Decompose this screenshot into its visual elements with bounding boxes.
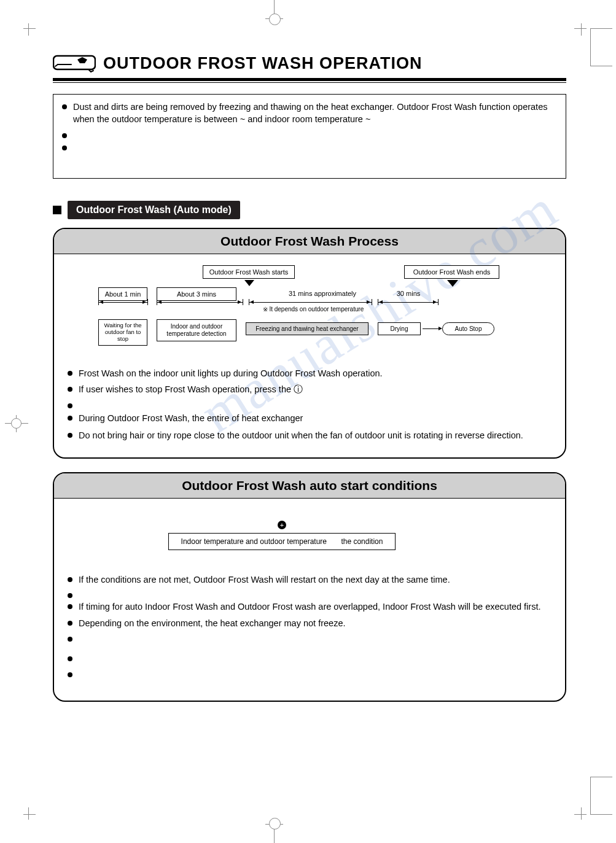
- conditions-bullet: If the conditions are not met, Outdoor F…: [68, 573, 552, 586]
- section-square-icon: [53, 206, 61, 214]
- conditions-bullet: [68, 653, 552, 665]
- label-starts: Outdoor Frost Wash starts: [203, 265, 295, 279]
- intro-bullet: [62, 142, 557, 150]
- process-bullet: Frost Wash on the indoor unit lights up …: [68, 367, 552, 379]
- process-bullets: Frost Wash on the indoor unit lights up …: [68, 367, 552, 441]
- conditions-title: Outdoor Frost Wash auto start conditions: [54, 473, 565, 499]
- process-bullet: [68, 400, 552, 407]
- process-diagram: Outdoor Frost Wash starts Outdoor Frost …: [86, 265, 545, 351]
- conditions-bullet: [68, 669, 552, 685]
- label-about3mins: About 3 mins: [157, 287, 236, 301]
- section-tab: Outdoor Frost Wash (Auto mode): [68, 201, 240, 219]
- conditions-bullet: Depending on the environment, the heat e…: [68, 617, 552, 629]
- process-bullet: If user wishes to stop Frost Wash operat…: [68, 383, 552, 395]
- label-drying: Drying: [378, 322, 421, 335]
- conditions-diagram: + Indoor temperature and outdoor tempera…: [168, 521, 451, 564]
- conditions-bullet: If timing for auto Indoor Frost Wash and…: [68, 600, 552, 613]
- svg-rect-0: [53, 56, 95, 69]
- label-30mins: 30 mins: [387, 290, 430, 297]
- process-bullet: Do not bring hair or tiny rope close to …: [68, 429, 552, 441]
- intro-bullet: Dust and dirts are being removed by free…: [62, 101, 557, 126]
- cond-left-text: Indoor temperature and outdoor temperatu…: [181, 537, 327, 546]
- label-ends: Outdoor Frost Wash ends: [404, 265, 499, 279]
- svg-marker-2: [77, 57, 87, 63]
- section-header: Outdoor Frost Wash (Auto mode): [53, 201, 566, 219]
- title-row: OUTDOOR FROST WASH OPERATION: [53, 52, 566, 74]
- ac-unit-icon: [53, 52, 96, 74]
- process-box: Outdoor Frost Wash Process Outdoor Frost…: [53, 228, 566, 459]
- page-title: OUTDOOR FROST WASH OPERATION: [103, 54, 423, 73]
- conditions-bullet: [68, 633, 552, 649]
- intro-bullet: [62, 130, 557, 138]
- label-about1min: About 1 min: [98, 287, 147, 301]
- label-detection: Indoor and outdoor temperature detection: [157, 319, 236, 341]
- label-depends: ※ It depends on outdoor temperature: [252, 306, 375, 313]
- process-bullet: During Outdoor Frost Wash, the entire of…: [68, 412, 552, 424]
- label-freezing: Freezing and thawing heat exchanger: [246, 322, 368, 335]
- cond-right-text: the condition: [341, 537, 383, 546]
- process-title: Outdoor Frost Wash Process: [54, 229, 565, 254]
- label-31mins: 31 mins approximately: [270, 290, 375, 297]
- conditions-bullet: [68, 589, 552, 597]
- plus-icon: +: [278, 521, 286, 529]
- conditions-bullets: If the conditions are not met, Outdoor F…: [68, 573, 552, 685]
- conditions-box: Outdoor Frost Wash auto start conditions…: [53, 472, 566, 702]
- process-bullet-text: If user wishes to stop Frost Wash operat…: [79, 384, 303, 394]
- label-autostop: Auto Stop: [442, 322, 494, 335]
- intro-box: Dust and dirts are being removed by free…: [53, 94, 566, 179]
- label-waiting: Waiting for the outdoor fan to stop: [98, 319, 147, 346]
